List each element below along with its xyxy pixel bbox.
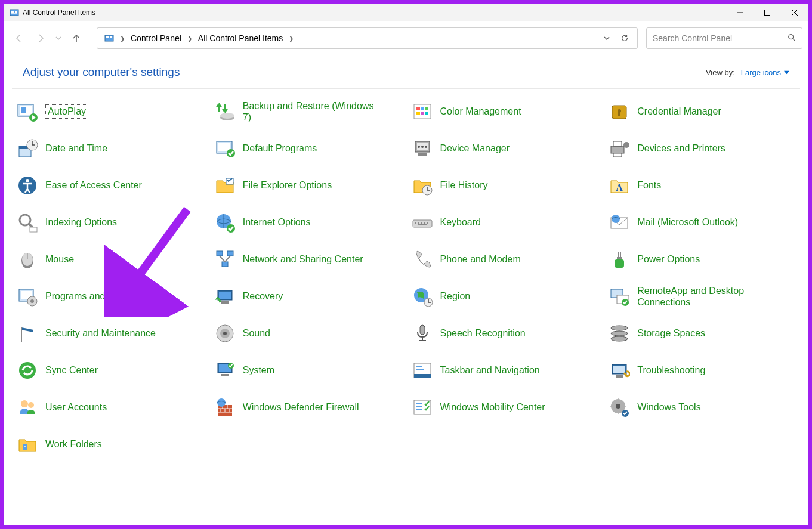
item-work-folders[interactable]: Work Folders [14, 431, 206, 457]
item-troubleshooting[interactable]: Troubleshooting [606, 357, 798, 383]
item-windows-mobility-center[interactable]: Windows Mobility Center [409, 394, 601, 420]
indexing-options-icon [16, 211, 39, 234]
item-remoteapp[interactable]: RemoteApp and Desktop Connections [606, 283, 798, 310]
address-dropdown-button[interactable] [598, 29, 616, 47]
item-windows-tools[interactable]: Windows Tools [606, 394, 798, 420]
item-date-time[interactable]: Date and Time [14, 135, 206, 162]
svg-rect-64 [427, 222, 428, 224]
svg-point-132 [616, 404, 620, 409]
item-default-programs[interactable]: Default Programs [212, 135, 403, 162]
maximize-button[interactable] [754, 4, 781, 21]
svg-rect-111 [416, 366, 422, 367]
item-fonts[interactable]: A Fonts [606, 172, 798, 199]
svg-point-48 [26, 179, 29, 182]
svg-rect-114 [613, 366, 625, 373]
svg-rect-129 [416, 406, 422, 407]
item-backup-restore[interactable]: Backup and Restore (Windows 7) [212, 98, 403, 125]
recent-locations-button[interactable] [53, 29, 64, 48]
search-box[interactable] [646, 27, 802, 49]
svg-rect-63 [424, 222, 425, 224]
item-color-management[interactable]: Color Management [409, 98, 601, 125]
item-system[interactable]: System [212, 357, 403, 383]
minimize-button[interactable] [726, 4, 754, 21]
item-power-options[interactable]: Power Options [606, 246, 798, 273]
svg-point-102 [611, 331, 628, 336]
svg-point-46 [623, 142, 629, 148]
item-recovery[interactable]: Recovery [212, 283, 403, 310]
svg-rect-23 [416, 112, 420, 115]
item-devices-printers[interactable]: Devices and Printers [606, 135, 798, 162]
item-taskbar-navigation[interactable]: Taskbar and Navigation [409, 357, 601, 383]
svg-point-126 [217, 398, 226, 407]
svg-rect-20 [416, 107, 420, 110]
sync-center-icon [16, 358, 39, 382]
item-device-manager[interactable]: Device Manager [409, 135, 601, 162]
item-security-maintenance[interactable]: Security and Maintenance [14, 320, 206, 347]
troubleshooting-icon [607, 358, 631, 382]
chevron-right-icon[interactable]: ❯ [118, 35, 127, 42]
search-input[interactable] [653, 33, 788, 43]
item-indexing-options[interactable]: Indexing Options [14, 209, 206, 236]
work-folders-icon [16, 432, 39, 456]
back-button[interactable] [10, 29, 29, 48]
item-keyboard[interactable]: Keyboard [409, 209, 601, 236]
backup-icon [213, 100, 237, 123]
refresh-button[interactable] [616, 29, 634, 47]
view-by-dropdown[interactable]: Large icons [741, 68, 789, 77]
item-network-sharing[interactable]: Network and Sharing Center [212, 246, 403, 273]
items-grid: AutoPlay Backup and Restore (Windows 7) … [14, 98, 798, 457]
svg-rect-22 [425, 107, 428, 110]
item-region[interactable]: Region [409, 283, 601, 310]
breadcrumb-control-panel[interactable]: Control Panel [127, 31, 185, 45]
network-icon [213, 248, 237, 271]
app-icon [10, 8, 19, 17]
svg-point-40 [418, 146, 420, 148]
svg-point-116 [21, 400, 28, 407]
item-internet-options[interactable]: Internet Options [212, 209, 403, 236]
svg-rect-61 [418, 222, 419, 224]
svg-rect-10 [110, 36, 112, 38]
svg-rect-3 [11, 13, 17, 14]
item-mouse[interactable]: Mouse [14, 246, 206, 273]
item-storage-spaces[interactable]: Storage Spaces [606, 320, 798, 347]
svg-rect-85 [219, 292, 231, 299]
address-bar[interactable]: ❯ Control Panel ❯ All Control Panel Item… [97, 27, 638, 49]
system-icon [213, 358, 237, 382]
address-root-icon[interactable] [101, 31, 118, 45]
item-sync-center[interactable]: Sync Center [14, 357, 206, 383]
close-button[interactable] [781, 4, 808, 21]
search-icon[interactable] [788, 33, 796, 44]
svg-line-12 [793, 38, 795, 41]
svg-rect-98 [420, 325, 425, 335]
item-windows-defender-firewall[interactable]: Windows Defender Firewall [212, 394, 403, 420]
svg-rect-62 [421, 222, 422, 224]
chevron-right-icon[interactable]: ❯ [185, 35, 194, 42]
phone-modem-icon [410, 248, 434, 271]
svg-rect-2 [15, 11, 17, 13]
item-file-explorer-options[interactable]: File Explorer Options [212, 172, 403, 199]
content-header: Adjust your computer's settings View by:… [12, 55, 800, 89]
svg-rect-1 [11, 11, 14, 13]
svg-rect-44 [613, 141, 622, 146]
svg-rect-86 [221, 301, 229, 304]
svg-point-101 [611, 326, 628, 330]
svg-rect-24 [421, 112, 424, 115]
internet-options-icon [213, 211, 237, 234]
item-user-accounts[interactable]: User Accounts [14, 394, 206, 420]
item-credential-manager[interactable]: Credential Manager [606, 98, 798, 125]
chevron-right-icon[interactable]: ❯ [286, 35, 296, 42]
item-programs-features[interactable]: Programs and Features [14, 283, 206, 310]
item-ease-of-access[interactable]: Ease of Access Center [14, 172, 206, 199]
color-management-icon [410, 100, 434, 123]
autoplay-icon [16, 100, 39, 123]
speech-recognition-icon [410, 321, 434, 345]
item-phone-modem[interactable]: Phone and Modem [409, 246, 601, 273]
forward-button[interactable] [31, 29, 50, 48]
item-file-history[interactable]: File History [409, 172, 601, 199]
item-speech-recognition[interactable]: Speech Recognition [409, 320, 601, 347]
item-mail[interactable]: Mail (Microsoft Outlook) [606, 209, 798, 236]
item-autoplay[interactable]: AutoPlay [14, 98, 206, 125]
item-sound[interactable]: Sound [212, 320, 403, 347]
breadcrumb-all-items[interactable]: All Control Panel Items [194, 31, 286, 45]
up-button[interactable] [67, 29, 86, 48]
